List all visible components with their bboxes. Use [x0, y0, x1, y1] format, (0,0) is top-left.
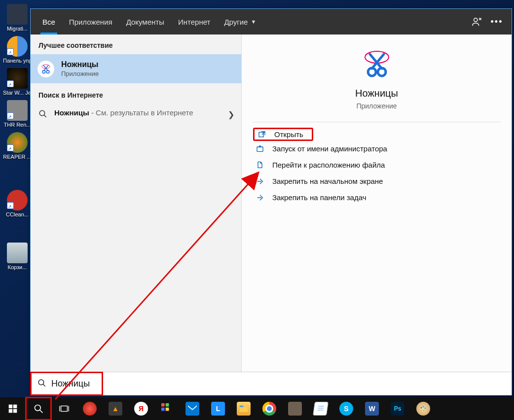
desktop-icon[interactable]: THR Ren... — [3, 100, 32, 128]
taskbar-app-skype[interactable]: S — [333, 397, 359, 420]
taskbar-app-yandex[interactable]: Я — [128, 397, 154, 420]
svg-point-36 — [421, 407, 422, 409]
svg-rect-14 — [257, 147, 263, 151]
search-icon — [37, 379, 46, 389]
tab-internet[interactable]: Интернет — [171, 9, 217, 35]
taskbar-app-word[interactable]: W — [359, 397, 385, 420]
taskbar-app-chrome[interactable] — [257, 397, 282, 420]
action-open[interactable]: Открыть — [254, 128, 313, 140]
taskbar: ▲ Я L S W Ps — [0, 397, 514, 420]
action-open-location[interactable]: Перейти к расположению файла — [242, 157, 512, 173]
svg-point-15 — [38, 380, 44, 385]
start-button[interactable] — [0, 397, 26, 420]
svg-point-39 — [423, 410, 425, 411]
desktop-icon-label: THR Ren... — [3, 122, 32, 128]
svg-point-22 — [35, 405, 41, 411]
task-view-button[interactable] — [51, 397, 77, 420]
desktop-icon[interactable]: Migrati... — [3, 4, 32, 32]
desktop-icon[interactable]: CClean... — [3, 190, 32, 218]
action-run-admin[interactable]: Запуск от имени администратора — [242, 140, 512, 157]
svg-rect-30 — [166, 408, 169, 411]
desktop-icon-label: CClean... — [3, 211, 32, 218]
taskbar-app-paint[interactable] — [410, 397, 436, 420]
svg-rect-29 — [161, 408, 165, 411]
search-panel: Все Приложения Документы Интернет Другие… — [30, 8, 512, 395]
tab-label: Документы — [126, 18, 164, 26]
search-tabs: Все Приложения Документы Интернет Другие… — [31, 9, 512, 35]
pin-start-icon — [256, 177, 264, 185]
more-options-icon[interactable]: ••• — [487, 12, 507, 32]
web-search-item[interactable]: Ножницы - См. результаты в Интернете ❯ — [31, 103, 241, 125]
desktop-icon-label: REAPER ... — [3, 154, 32, 160]
desktop-icon-label: Star W... Jedi Fa... — [3, 90, 32, 96]
svg-rect-21 — [13, 409, 17, 413]
best-match-item[interactable]: Ножницы Приложение — [31, 54, 241, 83]
best-match-title: Ножницы — [61, 60, 99, 69]
desktop-icon-label: Панель управле... — [3, 58, 32, 64]
taskbar-app-photoshop[interactable]: Ps — [385, 397, 410, 420]
svg-point-6 — [39, 110, 45, 116]
action-label: Перейти к расположению файла — [272, 161, 385, 169]
scissors-icon — [37, 61, 54, 77]
feedback-icon[interactable] — [467, 12, 487, 32]
tab-all[interactable]: Все — [36, 9, 62, 35]
svg-line-23 — [40, 410, 43, 413]
taskbar-app-unknown2[interactable] — [282, 397, 308, 420]
web-search-header: Поиск в Интернете — [31, 83, 241, 103]
svg-line-11 — [372, 54, 384, 69]
svg-rect-31 — [188, 405, 197, 412]
action-label: Закрепить на панели задач — [272, 193, 367, 202]
preview-subtitle: Приложение — [242, 102, 512, 110]
chevron-right-icon: ❯ — [228, 109, 234, 119]
desktop-icon[interactable]: REAPER ... — [3, 132, 32, 160]
tab-apps[interactable]: Приложения — [62, 9, 119, 35]
taskbar-app-mail[interactable] — [180, 397, 205, 420]
taskbar-app-L[interactable]: L — [205, 397, 231, 420]
tab-label: Другие — [224, 18, 248, 26]
taskbar-app-explorer[interactable] — [231, 397, 257, 420]
taskbar-app-opera[interactable] — [77, 397, 103, 420]
search-bar[interactable] — [31, 372, 512, 395]
preview-actions: Открыть Запуск от имени администратора П… — [242, 125, 512, 209]
action-pin-start[interactable]: Закрепить на начальном экране — [242, 173, 512, 189]
action-label: Запуск от имени администратора — [272, 144, 387, 153]
svg-rect-32 — [240, 406, 243, 407]
separator — [253, 122, 501, 122]
svg-line-12 — [370, 54, 382, 69]
action-label: Закрепить на начальном экране — [272, 177, 383, 185]
taskbar-search-button[interactable] — [26, 397, 51, 420]
taskbar-app-unknown1[interactable] — [154, 397, 180, 420]
taskbar-app-notepad[interactable] — [308, 397, 333, 420]
open-icon — [257, 131, 266, 139]
admin-icon — [256, 145, 264, 153]
web-search-title: Ножницы — [54, 108, 89, 117]
preview-title: Ножницы — [242, 88, 512, 99]
desktop-icon-recycle[interactable]: Корзи... — [3, 243, 32, 271]
preview-pane: Ножницы Приложение Открыть Запуск от име… — [242, 35, 512, 372]
desktop-icons: Migrati... Панель управле... Star W... J… — [2, 0, 33, 271]
best-match-header: Лучшее соответствие — [31, 35, 241, 54]
tab-more[interactable]: Другие▼ — [217, 9, 263, 35]
desktop-icon-label: Корзи... — [3, 264, 32, 271]
svg-rect-20 — [9, 409, 13, 413]
action-label: Открыть — [274, 130, 303, 139]
svg-point-37 — [423, 406, 424, 408]
results-list: Лучшее соответствие Ножницы Приложение — [31, 35, 242, 372]
action-pin-taskbar[interactable]: Закрепить на панели задач — [242, 189, 512, 206]
tab-label: Приложения — [69, 18, 112, 26]
taskbar-app-sublime[interactable]: ▲ — [103, 397, 128, 420]
svg-line-16 — [43, 384, 45, 386]
scissors-icon — [360, 47, 394, 81]
tab-label: Интернет — [178, 18, 210, 26]
svg-rect-13 — [259, 132, 263, 137]
svg-rect-27 — [161, 403, 165, 407]
svg-rect-18 — [9, 405, 13, 409]
svg-rect-19 — [13, 405, 17, 409]
svg-rect-28 — [166, 403, 169, 407]
desktop-icon[interactable]: Star W... Jedi Fa... — [3, 68, 32, 96]
search-input[interactable] — [51, 379, 505, 389]
desktop-icon[interactable]: Панель управле... — [3, 36, 32, 64]
tab-documents[interactable]: Документы — [119, 9, 171, 35]
svg-line-7 — [44, 115, 46, 117]
desktop-icon-label: Migrati... — [3, 26, 32, 32]
